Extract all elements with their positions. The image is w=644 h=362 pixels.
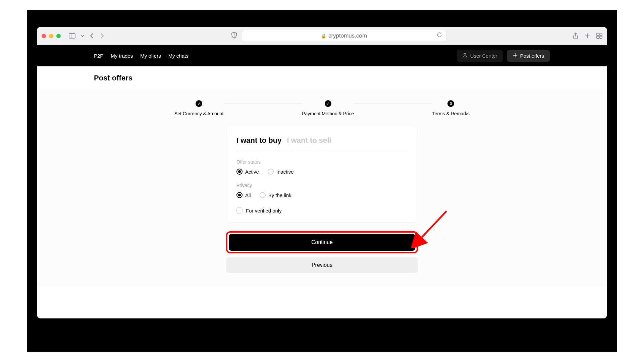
privacy-shield-icon[interactable]	[231, 32, 237, 40]
reload-icon[interactable]	[437, 33, 442, 40]
nav-my-chats[interactable]: My chats	[168, 53, 189, 59]
privacy-label: Privacy	[236, 183, 408, 188]
url-text: cryptomus.com	[328, 33, 367, 39]
checkbox-label: For verified only	[246, 208, 282, 214]
offer-status-label: Offer status	[236, 159, 408, 165]
offer-form-card: I want to buy I want to sell Offer statu…	[226, 126, 418, 223]
previous-button[interactable]: Previous	[226, 257, 418, 273]
check-icon: ✓	[325, 100, 331, 107]
step-connector	[354, 104, 432, 104]
checkbox-verified-only[interactable]: For verified only	[236, 207, 408, 214]
svg-rect-0	[69, 34, 75, 38]
page-body: Post offers ✓ Set Currency & Amount ✓ Pa…	[37, 66, 607, 318]
user-center-button[interactable]: User Center	[457, 50, 503, 62]
svg-line-11	[420, 211, 446, 240]
stepper: ✓ Set Currency & Amount ✓ Payment Method…	[174, 100, 470, 116]
tutorial-frame: 🔒 cryptomus.com	[27, 10, 617, 352]
step-2: ✓ Payment Method & Price	[302, 100, 354, 116]
user-icon	[462, 53, 468, 59]
step-2-label: Payment Method & Price	[302, 111, 354, 116]
radio-privacy-link[interactable]: By the link	[260, 192, 291, 198]
close-window-icon[interactable]	[42, 34, 46, 38]
maximize-window-icon[interactable]	[56, 34, 61, 38]
user-center-label: User Center	[470, 53, 497, 59]
tab-sell[interactable]: I want to sell	[287, 136, 331, 145]
address-bar-wrap: 🔒 cryptomus.com	[108, 30, 570, 42]
post-offers-button[interactable]: Post offers	[507, 50, 550, 62]
radio-label: Inactive	[276, 169, 294, 175]
radio-icon	[236, 192, 243, 198]
step-1-label: Set Currency & Amount	[174, 111, 223, 116]
radio-icon	[268, 169, 274, 175]
radio-icon	[260, 192, 266, 198]
svg-rect-6	[597, 36, 599, 39]
radio-icon	[236, 169, 243, 175]
step-number-icon: 3	[447, 100, 454, 107]
step-1: ✓ Set Currency & Amount	[174, 100, 223, 116]
nav-my-offers[interactable]: My offers	[140, 53, 161, 59]
chevron-down-icon[interactable]	[81, 34, 84, 38]
content-area: ✓ Set Currency & Amount ✓ Payment Method…	[37, 90, 607, 286]
svg-point-8	[464, 53, 466, 55]
page-title: Post offers	[37, 66, 607, 90]
tab-buy[interactable]: I want to buy	[236, 136, 281, 145]
browser-window: 🔒 cryptomus.com	[37, 27, 607, 318]
step-connector	[223, 104, 302, 104]
nav-p2p[interactable]: P2P	[94, 53, 103, 59]
post-offers-label: Post offers	[520, 53, 544, 59]
minimize-window-icon[interactable]	[49, 34, 53, 38]
step-3: 3 Terms & Remarks	[432, 100, 470, 116]
tabs-overview-icon[interactable]	[596, 33, 602, 39]
lock-icon: 🔒	[321, 34, 326, 39]
step-3-label: Terms & Remarks	[432, 111, 470, 116]
plus-icon	[513, 53, 518, 59]
radio-privacy-all[interactable]: All	[236, 192, 251, 198]
share-icon[interactable]	[573, 33, 578, 39]
sidebar-icon[interactable]	[69, 33, 75, 39]
annotation-highlight: Continue	[226, 231, 418, 253]
browser-toolbar: 🔒 cryptomus.com	[37, 27, 607, 45]
radio-label: By the link	[268, 192, 291, 198]
svg-rect-5	[600, 33, 602, 36]
app-nav: P2P My trades My offers My chats User Ce…	[37, 45, 607, 66]
radio-status-inactive[interactable]: Inactive	[268, 169, 294, 175]
svg-rect-7	[600, 36, 602, 39]
svg-rect-4	[597, 33, 599, 36]
button-stack: Continue Previous	[226, 231, 418, 273]
back-icon[interactable]	[90, 33, 94, 39]
window-controls	[42, 34, 61, 38]
nav-my-trades[interactable]: My trades	[111, 53, 133, 59]
address-bar[interactable]: 🔒 cryptomus.com	[242, 30, 446, 42]
radio-label: All	[245, 192, 251, 198]
checkbox-icon	[236, 207, 243, 214]
radio-status-active[interactable]: Active	[236, 169, 259, 175]
new-tab-icon[interactable]	[584, 33, 590, 39]
check-icon: ✓	[196, 100, 202, 107]
forward-icon[interactable]	[100, 33, 104, 39]
radio-label: Active	[245, 169, 259, 175]
continue-button[interactable]: Continue	[229, 234, 415, 251]
